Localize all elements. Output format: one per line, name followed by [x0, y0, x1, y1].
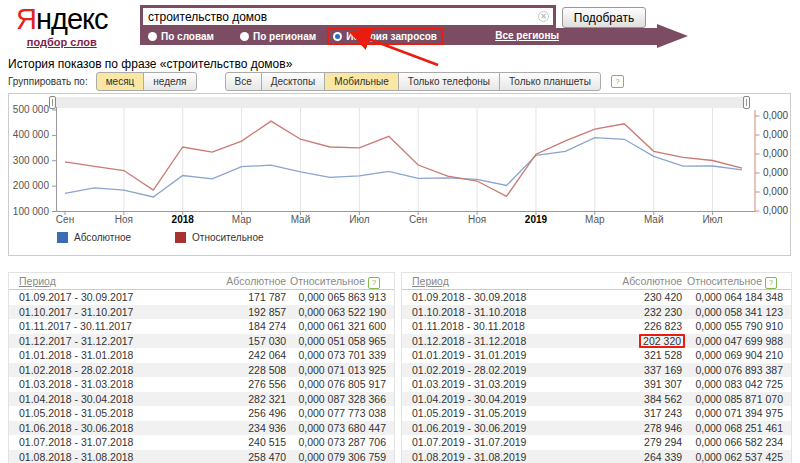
table-row: 01.04.2019 - 30.04.2019384 5620,000 085 … [402, 392, 791, 407]
table-row: 01.09.2018 - 30.09.2018230 4200,000 064 … [402, 290, 791, 305]
period-cell: 01.01.2018 - 31.01.2018 [9, 348, 198, 363]
search-mode-label: По регионам [253, 31, 316, 42]
history-table-2018-2019: ПериодАбсолютноеОтносительное?01.09.2018… [401, 272, 792, 463]
absolute-cell: 391 307 [593, 377, 682, 392]
yandex-logo[interactable]: Яндекс подбор слов [16, 4, 108, 48]
relative-cell: 0,000 064 184 348 [682, 290, 791, 305]
legend-item: Абсолютное [57, 232, 131, 243]
relative-cell: 0,000 066 582 234 [682, 435, 791, 450]
period-cell: 01.06.2019 - 30.06.2019 [402, 421, 593, 436]
wordstat-link[interactable]: подбор слов [16, 36, 108, 48]
period-cell: 01.04.2019 - 30.04.2019 [402, 392, 593, 407]
header-period[interactable]: Период [9, 273, 198, 289]
table-row: 01.07.2019 - 31.07.2019279 2940,000 066 … [402, 435, 791, 450]
table-row: 01.10.2018 - 31.10.2018232 2300,000 058 … [402, 305, 791, 320]
svg-text:0,000 080: 0,000 080 [763, 129, 790, 140]
svg-text:0,000 070: 0,000 070 [763, 148, 790, 159]
table-row: 01.12.2017 - 31.12.2017157 0300,000 051 … [9, 334, 394, 349]
absolute-cell: 157 030 [198, 334, 287, 349]
period-cell: 01.01.2019 - 31.01.2019 [402, 348, 593, 363]
table-row: 01.01.2018 - 31.01.2018242 0640,000 073 … [9, 348, 394, 363]
absolute-cell: 317 243 [593, 406, 682, 421]
absolute-cell: 258 470 [198, 450, 287, 463]
svg-text:0,000 040: 0,000 040 [763, 205, 790, 216]
header-relative: Относительное? [682, 273, 791, 289]
legend-label: Абсолютное [74, 232, 131, 243]
svg-text:Мар: Мар [585, 214, 605, 225]
period-cell: 01.09.2017 - 30.09.2017 [9, 290, 198, 305]
banner-arrow-tip [657, 24, 688, 48]
device-filter-button[interactable]: Десктопы [261, 72, 325, 91]
svg-text:500 000: 500 000 [13, 104, 50, 115]
absolute-cell: 228 508 [198, 363, 287, 378]
table-row: 01.06.2018 - 30.06.2018234 9360,000 073 … [9, 421, 394, 436]
group-by-label: Группировать по: [8, 76, 88, 87]
group-by-button[interactable]: неделя [143, 72, 196, 91]
clear-input-icon[interactable]: ✕ [538, 11, 549, 22]
table-row: 01.11.2017 - 30.11.2017184 2740,000 061 … [9, 319, 394, 334]
relative-help-icon[interactable]: ? [765, 277, 777, 289]
absolute-cell: 234 936 [198, 421, 287, 436]
svg-text:2019: 2019 [525, 214, 548, 225]
absolute-cell: 264 339 [593, 450, 682, 463]
header-relative: Относительное? [286, 273, 394, 289]
history-table-2017-2018: ПериодАбсолютноеОтносительное?01.09.2017… [8, 272, 395, 463]
absolute-cell: 202 320 [593, 334, 682, 349]
table-row: 01.09.2017 - 30.09.2017171 7870,000 065 … [9, 290, 394, 305]
legend-swatch-icon [175, 232, 186, 243]
submit-button[interactable]: Подобрать [562, 7, 646, 28]
relative-cell: 0,000 063 522 190 [286, 305, 394, 320]
svg-text:0,000 060: 0,000 060 [763, 167, 790, 178]
device-filter-button[interactable]: Только планшеты [499, 72, 601, 91]
table-row: 01.06.2019 - 30.06.2019278 9460,000 068 … [402, 421, 791, 436]
group-by-buttons: месяцнеделя [96, 72, 197, 91]
absolute-cell: 337 169 [593, 363, 682, 378]
all-regions-link[interactable]: Все регионы [495, 30, 559, 41]
period-cell: 01.07.2018 - 31.07.2018 [9, 435, 198, 450]
table-row: 01.08.2019 - 31.08.2019264 3390,000 062 … [402, 450, 791, 463]
header-period[interactable]: Период [402, 273, 593, 289]
search-mode-label: История запросов [346, 31, 437, 42]
absolute-cell: 321 528 [593, 348, 682, 363]
absolute-cell: 242 064 [198, 348, 287, 363]
relative-help-icon[interactable]: ? [368, 277, 380, 289]
search-mode-option[interactable]: По регионам [240, 31, 316, 42]
svg-text:100 000: 100 000 [13, 206, 50, 217]
table-row: 01.08.2018 - 31.08.2018258 4700,000 079 … [9, 450, 394, 463]
svg-text:200 000: 200 000 [13, 180, 50, 191]
header-absolute: Абсолютное [198, 273, 287, 289]
absolute-cell: 276 556 [198, 377, 287, 392]
relative-cell: 0,000 076 805 917 [286, 377, 394, 392]
table-row: 01.11.2018 - 30.11.2018226 8230,000 055 … [402, 319, 791, 334]
period-cell: 01.02.2018 - 28.02.2018 [9, 363, 198, 378]
relative-cell: 0,000 061 321 600 [286, 319, 394, 334]
relative-cell: 0,000 055 790 910 [682, 319, 791, 334]
relative-cell: 0,000 085 871 070 [682, 392, 791, 407]
relative-cell: 0,000 065 863 913 [286, 290, 394, 305]
search-input[interactable] [143, 8, 553, 25]
svg-text:Ноя: Ноя [468, 214, 486, 225]
relative-cell: 0,000 079 306 759 [286, 450, 394, 463]
period-cell: 01.08.2018 - 31.08.2018 [9, 450, 198, 463]
search-mode-option[interactable]: История запросов [327, 28, 443, 45]
table-row: 01.12.2018 - 31.12.2018202 3200,000 047 … [402, 334, 791, 349]
table-row: 01.07.2018 - 31.07.2018240 5150,000 073 … [9, 435, 394, 450]
absolute-line [65, 138, 742, 197]
device-filter-button[interactable]: Только телефоны [398, 72, 500, 91]
period-cell: 01.12.2018 - 31.12.2018 [402, 334, 593, 349]
radio-icon [148, 32, 157, 41]
period-cell: 01.12.2017 - 31.12.2017 [9, 334, 198, 349]
search-banner: ✕ Подобрать По словамПо регионамИстория … [140, 5, 657, 45]
logo-letter-ya: Я [16, 3, 36, 35]
devices-help-icon[interactable]: ? [611, 75, 624, 88]
absolute-cell: 192 857 [198, 305, 287, 320]
svg-text:2018: 2018 [172, 214, 195, 225]
group-by-button[interactable]: месяц [96, 72, 145, 91]
header-relative-label: Относительное [687, 275, 762, 287]
device-filter-button[interactable]: Все [225, 72, 262, 91]
device-filter-button[interactable]: Мобильные [324, 72, 399, 91]
period-cell: 01.11.2017 - 30.11.2017 [9, 319, 198, 334]
search-mode-option[interactable]: По словам [148, 31, 214, 42]
period-cell: 01.05.2019 - 31.05.2019 [402, 406, 593, 421]
svg-text:Сен: Сен [56, 214, 74, 225]
